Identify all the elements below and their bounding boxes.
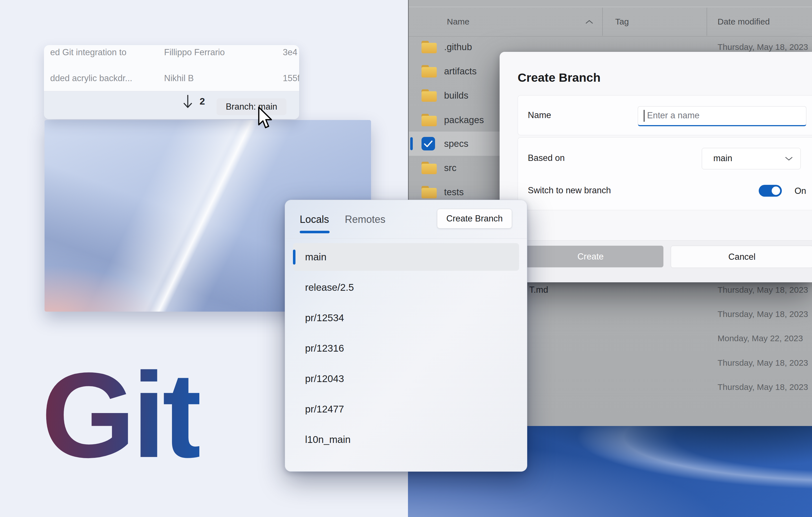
git-feature-composite: Git ed Git integration to Fillippo Ferra… bbox=[0, 0, 812, 517]
folder-icon bbox=[422, 162, 437, 174]
column-header-name[interactable]: Name bbox=[447, 7, 469, 36]
branch-item[interactable]: pr/12043 bbox=[293, 365, 519, 393]
folder-icon bbox=[422, 41, 437, 53]
toggle-state-label: On bbox=[794, 186, 806, 196]
commit-row[interactable]: ed Git integration to Fillippo Ferrario … bbox=[44, 47, 299, 59]
create-branch-dialog: Create Branch Name Enter a name Based on… bbox=[500, 52, 812, 282]
column-divider[interactable] bbox=[602, 8, 603, 36]
date-modified: Thursday, May 18, 2023 bbox=[718, 302, 808, 326]
commit-rows: ed Git integration to Fillippo Ferrario … bbox=[44, 45, 299, 91]
dropdown-selected-value: main bbox=[713, 148, 732, 169]
folder-name: src bbox=[444, 156, 457, 180]
date-modified: Monday, May 22, 2023 bbox=[718, 326, 803, 351]
commit-message: dded acrylic backdr... bbox=[50, 73, 132, 83]
sort-ascending-icon[interactable] bbox=[585, 20, 593, 25]
incoming-commit-count: 2 bbox=[200, 96, 205, 107]
switch-to-new-branch-label: Switch to new branch bbox=[528, 185, 611, 195]
folder-name: specs bbox=[444, 131, 468, 156]
based-on-dropdown[interactable]: main bbox=[702, 148, 801, 169]
column-header-date-modified[interactable]: Date modified bbox=[718, 7, 770, 36]
branch-main-button[interactable]: Branch: main bbox=[216, 98, 286, 115]
commit-row[interactable]: dded acrylic backdr... Nikhil B 155f bbox=[44, 73, 299, 85]
branch-item[interactable]: l10n_main bbox=[293, 426, 519, 453]
git-wordmark: Git bbox=[41, 355, 199, 476]
chevron-down-icon bbox=[785, 156, 793, 161]
folder-icon bbox=[422, 186, 437, 199]
toggle-knob bbox=[772, 186, 780, 195]
input-placeholder: Enter a name bbox=[647, 107, 699, 125]
create-button-disabled[interactable]: Create bbox=[518, 246, 663, 267]
active-tab-indicator bbox=[300, 231, 329, 233]
commit-author: Nikhil B bbox=[164, 73, 194, 83]
cancel-button[interactable]: Cancel bbox=[671, 246, 812, 268]
branch-item-main-selected[interactable]: main bbox=[293, 243, 519, 271]
name-label: Name bbox=[528, 110, 551, 120]
branch-item[interactable]: pr/12316 bbox=[293, 334, 519, 362]
tab-locals[interactable]: Locals bbox=[300, 214, 329, 225]
folder-icon bbox=[422, 114, 437, 126]
branch-item[interactable]: pr/12534 bbox=[293, 304, 519, 332]
mouse-cursor-icon bbox=[258, 106, 273, 130]
selected-branch-indicator bbox=[293, 250, 295, 265]
folder-name: packages bbox=[444, 108, 484, 132]
switch-toggle-on[interactable] bbox=[759, 185, 782, 197]
commit-message: ed Git integration to bbox=[50, 47, 126, 58]
commit-hash: 3e4 bbox=[283, 47, 297, 58]
divider bbox=[285, 238, 527, 239]
checked-checkbox-icon[interactable] bbox=[422, 137, 435, 150]
commit-author: Fillippo Ferrario bbox=[164, 47, 225, 58]
column-divider[interactable] bbox=[706, 8, 707, 36]
tab-remotes[interactable]: Remotes bbox=[345, 214, 385, 225]
folder-icon bbox=[422, 89, 437, 102]
arrow-down-icon bbox=[182, 94, 194, 109]
folder-name: artifacts bbox=[444, 59, 477, 83]
branch-item[interactable]: release/2.5 bbox=[293, 274, 519, 301]
file-list-header: Name Tag Date modified bbox=[409, 7, 812, 37]
branch-flyout: Locals Remotes Create Branch main releas… bbox=[285, 200, 527, 472]
date-modified: Thursday, May 18, 2023 bbox=[718, 375, 808, 399]
commit-hash: 155f bbox=[283, 73, 299, 83]
branch-name-input[interactable]: Enter a name bbox=[638, 106, 806, 126]
dialog-title: Create Branch bbox=[518, 71, 601, 85]
based-on-label: Based on bbox=[528, 153, 565, 163]
column-header-tag[interactable]: Tag bbox=[615, 7, 629, 36]
date-modified: Thursday, May 18, 2023 bbox=[718, 351, 808, 375]
text-caret bbox=[644, 110, 644, 122]
create-branch-button[interactable]: Create Branch bbox=[437, 209, 512, 229]
selection-indicator bbox=[410, 137, 413, 150]
folder-name: .github bbox=[444, 35, 472, 59]
folder-icon bbox=[422, 65, 437, 78]
branch-item[interactable]: pr/12477 bbox=[293, 395, 519, 423]
folder-name: builds bbox=[444, 83, 468, 108]
